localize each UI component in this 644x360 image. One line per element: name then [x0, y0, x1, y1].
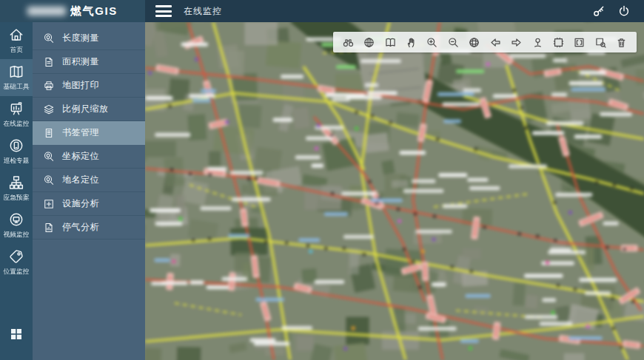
monitor-board-icon	[8, 101, 24, 117]
sidebar-item-7[interactable]: 位置监控	[0, 244, 33, 281]
submenu-item-label: 比例尺缩放	[62, 103, 109, 115]
submenu-item-label: 面积测量	[62, 55, 99, 68]
clip-frame-icon[interactable]	[572, 35, 587, 50]
doc-lines-icon	[43, 127, 55, 139]
org-chart-icon	[8, 174, 24, 191]
sidebar-item-label: 位置监控	[4, 268, 30, 276]
zoom-out-icon[interactable]	[446, 35, 460, 50]
submenu-item-6[interactable]: 坐标定位	[33, 145, 145, 169]
header-bar: 燃气GIS 在线监控	[0, 0, 644, 22]
header-actions	[592, 4, 631, 18]
circle-mobile-icon	[8, 137, 24, 154]
sidebar-item-label: 视频监控	[4, 231, 30, 240]
measure-pin-icon	[43, 151, 55, 163]
identify-frame-icon[interactable]	[593, 35, 608, 50]
submenu-item-5[interactable]: 书签管理	[33, 121, 145, 145]
submenu-item-label: 地名定位	[62, 174, 99, 186]
sidebar-item-label: 首页	[10, 46, 22, 55]
full-extent-globe-icon[interactable]	[467, 35, 482, 50]
key-icon[interactable]	[592, 4, 606, 18]
basemap-globe-icon[interactable]	[362, 35, 377, 50]
map-viewport[interactable]	[145, 22, 644, 360]
clear-trash-icon[interactable]	[614, 35, 629, 50]
gas-gis-app: 燃气GIS 在线监控 首页基础工具在线监控巡检专题应急预案视频监控位置监控 长度…	[0, 0, 644, 360]
submenu-item-1[interactable]: 长度测量	[33, 27, 145, 50]
tag-icon	[8, 248, 24, 265]
measure-pin-icon	[43, 174, 55, 186]
sidebar-item-2[interactable]: 基础工具	[0, 59, 33, 96]
extent-frame-icon[interactable]	[551, 35, 566, 50]
app-brand: 燃气GIS	[0, 0, 145, 22]
submenu-item-label: 设施分析	[62, 197, 99, 210]
submenu-item-label: 停气分析	[62, 221, 99, 234]
satellite-map[interactable]	[145, 22, 644, 360]
submenu-item-7[interactable]: 地名定位	[33, 169, 145, 192]
sidebar-item-3[interactable]: 在线监控	[0, 96, 33, 133]
sidebar-item-1[interactable]: 首页	[0, 22, 33, 59]
pan-hand-icon[interactable]	[403, 35, 418, 50]
sidebar-item-5[interactable]: 应急预案	[0, 170, 33, 207]
submenu-item-label: 地图打印	[62, 79, 99, 92]
header-nav-label[interactable]: 在线监控	[184, 5, 222, 18]
sidebar-item-6[interactable]: 视频监控	[0, 207, 33, 244]
printer-icon	[43, 80, 55, 92]
sidebar-item-label: 在线监控	[4, 120, 30, 129]
map-toolbar	[333, 32, 637, 52]
submenu-item-label: 书签管理	[62, 126, 99, 139]
sidebar-rail: 首页基础工具在线监控巡检专题应急预案视频监控位置监控	[0, 22, 33, 360]
folded-map-icon	[8, 64, 24, 80]
measure-pin-icon	[43, 33, 55, 44]
menu-toggle-icon[interactable]	[155, 5, 172, 17]
app-title: 燃气GIS	[70, 4, 117, 18]
submenu-item-4[interactable]: 比例尺缩放	[33, 98, 145, 121]
circle-screen-icon	[8, 211, 24, 228]
sidebar-item-label: 基础工具	[4, 83, 30, 92]
submenu-item-9[interactable]: 停气分析	[33, 216, 145, 240]
next-view-icon[interactable]	[509, 35, 524, 50]
zoom-in-icon[interactable]	[425, 35, 440, 50]
submenu-item-label: 坐标定位	[62, 150, 99, 163]
submenu-item-2[interactable]: 面积测量	[33, 50, 145, 74]
doc-icon	[43, 56, 55, 68]
doc-chart-icon	[43, 222, 55, 234]
grid-apps-icon[interactable]	[0, 316, 33, 352]
power-icon[interactable]	[617, 4, 631, 18]
submenu-item-8[interactable]: 设施分析	[33, 192, 145, 216]
redacted-city-name	[27, 7, 66, 16]
home-icon	[8, 27, 24, 43]
submenu-item-3[interactable]: 地图打印	[33, 74, 145, 98]
locate-pin-icon[interactable]	[530, 35, 545, 50]
layers-icon	[43, 103, 55, 115]
sidebar-item-label: 应急预案	[4, 194, 30, 203]
tools-submenu: 长度测量面积测量地图打印比例尺缩放书签管理坐标定位地名定位设施分析停气分析	[33, 22, 145, 360]
square-plus-icon	[43, 198, 55, 210]
previous-view-icon[interactable]	[488, 35, 503, 50]
open-book-icon[interactable]	[383, 35, 398, 50]
sidebar-item-4[interactable]: 巡检专题	[0, 133, 33, 170]
submenu-item-label: 长度测量	[62, 32, 99, 44]
binoculars-icon[interactable]	[341, 35, 355, 50]
sidebar-item-label: 巡检专题	[4, 157, 30, 166]
